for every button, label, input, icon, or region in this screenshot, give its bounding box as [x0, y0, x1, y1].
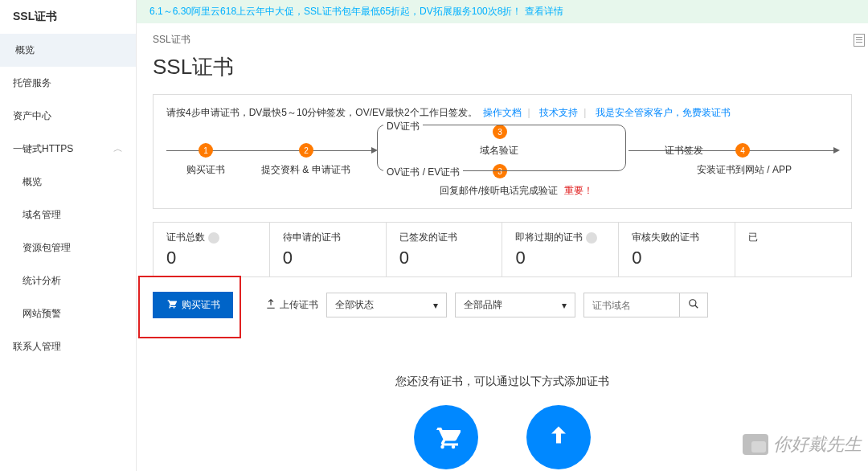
instruction-box: 请按4步申请证书，DV最快5～10分钟签发，OV/EV最快2个工作日签发。 操作… — [153, 94, 852, 209]
help-icon[interactable] — [586, 232, 597, 244]
stat-expiring: 即将过期的证书 0 — [502, 223, 619, 276]
sidebar-sub-stats[interactable]: 统计分析 — [0, 264, 136, 297]
cart-icon — [166, 298, 177, 312]
flow-bottom-text: 回复邮件/接听电话完成验证 重要！ — [440, 184, 593, 198]
svg-point-1 — [174, 307, 175, 309]
step-badge-4: 4 — [735, 143, 750, 158]
step-badge-1: 1 — [199, 143, 213, 158]
sidebar-item-overview[interactable]: 概览 — [0, 34, 136, 67]
sidebar-item-https-group[interactable]: 一键式HTTPS ︿ — [0, 133, 136, 166]
promo-text: 6.1～6.30阿里云618上云年中大促，SSL证书包年最低65折起，DV拓展服… — [149, 6, 522, 17]
flow-step1-label: 购买证书 — [186, 163, 225, 177]
sidebar: SSL证书 概览 托管服务 资产中心 一键式HTTPS ︿ 概览 域名管理 资源… — [0, 0, 137, 471]
instruction-text: 请按4步申请证书，DV最快5～10分钟签发，OV/EV最快2个工作日签发。 操作… — [166, 106, 838, 120]
important-label: 重要！ — [564, 185, 593, 196]
stat-issued: 已签发的证书 0 — [387, 223, 503, 276]
promo-link[interactable]: 查看详情 — [525, 6, 563, 17]
instruction-link-support[interactable]: 技术支持 — [539, 107, 578, 118]
chevron-down-icon: ▾ — [562, 300, 567, 311]
svg-point-3 — [440, 445, 444, 449]
status-select[interactable]: 全部状态 ▾ — [326, 293, 447, 317]
promo-banner: 6.1～6.30阿里云618上云年中大促，SSL证书包年最低65折起，DV拓展服… — [137, 0, 868, 23]
svg-point-2 — [690, 300, 696, 306]
brand-select[interactable]: 全部品牌 ▾ — [455, 293, 575, 317]
empty-action-cart[interactable] — [414, 405, 478, 469]
flow-step2-label: 提交资料 & 申请证书 — [261, 163, 350, 177]
flow-ovev-label: OV证书 / EV证书 — [383, 166, 463, 179]
upload-icon — [544, 423, 573, 452]
instruction-link-free[interactable]: 我是安全管家客户，免费装证书 — [596, 107, 731, 118]
flow-step4-label: 安装证书到网站 / APP — [697, 163, 792, 177]
svg-point-4 — [452, 445, 456, 449]
sidebar-sub-resource[interactable]: 资源包管理 — [0, 231, 136, 264]
doc-icon[interactable] — [854, 34, 865, 47]
arrow-icon — [833, 147, 840, 154]
help-icon[interactable] — [208, 232, 219, 244]
domain-search-input[interactable] — [583, 293, 680, 317]
sidebar-item-assets[interactable]: 资产中心 — [0, 100, 136, 133]
buy-cert-button[interactable]: 购买证书 — [153, 292, 233, 318]
search-icon — [688, 298, 699, 309]
page-title: SSL证书 — [137, 47, 868, 94]
buy-label: 购买证书 — [182, 298, 220, 312]
stat-failed: 审核失败的证书 0 — [619, 223, 735, 276]
stat-pending: 待申请的证书 0 — [270, 223, 387, 276]
upload-cert-link[interactable]: 上传证书 — [265, 298, 318, 312]
search-wrap — [583, 293, 708, 317]
upload-icon — [265, 298, 276, 312]
breadcrumb: SSL证书 — [137, 23, 868, 47]
svg-point-0 — [169, 307, 170, 309]
search-button[interactable] — [680, 293, 708, 317]
sidebar-sub-alert[interactable]: 网站预警 — [0, 297, 136, 330]
sidebar-item-contacts[interactable]: 联系人管理 — [0, 330, 136, 363]
instruction-link-doc[interactable]: 操作文档 — [483, 107, 522, 118]
sidebar-item-hosting[interactable]: 托管服务 — [0, 67, 136, 100]
stats-row: 证书总数 0 待申请的证书 0 已签发的证书 0 即将过期的证书 0 审核失败的… — [153, 222, 852, 277]
step-badge-2: 2 — [299, 143, 313, 158]
toolbar: 购买证书 上传证书 全部状态 ▾ 全部品牌 ▾ — [153, 292, 852, 318]
flow-diagram: 1 2 3 3 4 DV证书 OV证书 / EV证书 域名验证 购买证书 提交资… — [166, 133, 838, 197]
flow-verify-label: 域名验证 — [480, 144, 518, 158]
instruction-main: 请按4步申请证书，DV最快5～10分钟签发，OV/EV最快2个工作日签发。 — [166, 107, 477, 118]
stat-cutoff: 已 — [735, 223, 852, 276]
empty-action-upload[interactable] — [526, 405, 591, 469]
cart-icon — [432, 423, 461, 452]
wechat-icon — [743, 434, 768, 455]
sidebar-sub-domain[interactable]: 域名管理 — [0, 199, 136, 231]
watermark: 你好戴先生 — [743, 432, 862, 457]
sidebar-title: SSL证书 — [0, 0, 136, 34]
sidebar-group-label: 一键式HTTPS — [13, 142, 73, 156]
content: 6.1～6.30阿里云618上云年中大促，SSL证书包年最低65折起，DV拓展服… — [137, 0, 868, 471]
chevron-down-icon: ▾ — [433, 300, 438, 311]
chevron-up-icon: ︿ — [113, 142, 123, 156]
sidebar-sub-overview[interactable]: 概览 — [0, 166, 136, 199]
flow-issue-label: 证书签发 — [665, 144, 703, 158]
empty-state-text: 您还没有证书，可以通过以下方式添加证书 — [137, 375, 868, 389]
flow-dv-label: DV证书 — [383, 120, 423, 133]
stat-total: 证书总数 0 — [154, 223, 270, 276]
upload-label: 上传证书 — [280, 298, 318, 312]
